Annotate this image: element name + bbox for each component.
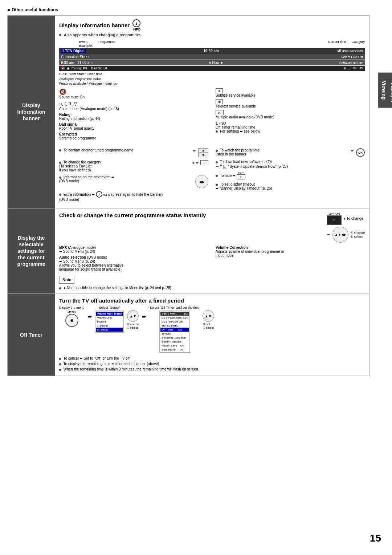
action-next-event: Information on the next event ➨(DVB mode… [59, 175, 208, 188]
nav-circle-btn[interactable]: ◀▶ [195, 175, 208, 188]
banner-actions: To confirm another tuned programme name … [59, 145, 365, 204]
page-number: 15 [370, 532, 381, 544]
ok-button[interactable]: OK [356, 148, 365, 157]
banner-row-3: 9:00 am - 11:00 am ◄ Now ► Software upda… [59, 60, 365, 65]
bullet [59, 34, 61, 36]
action-hide: To hide ➨ EXIT □ [216, 172, 365, 179]
info-icon: i [132, 19, 140, 27]
main-content: DisplayInformationbanner Display Informa… [7, 15, 369, 376]
actions-left: To confirm another tuned programme name … [59, 148, 208, 204]
note-text: ● Also possible to change the settings i… [59, 286, 365, 290]
banner-title: Display Information banner i INFO [59, 19, 365, 31]
section-header: Other useful functions [7, 7, 385, 12]
display-selectable-content: Check or change the current programme st… [55, 208, 369, 293]
note-label: Note [59, 276, 74, 284]
page: Other useful functions DisplayInformatio… [0, 0, 392, 555]
nav-select-menu[interactable]: ▲▼ [127, 310, 139, 322]
action-extra-info: Extra information ➨ i INFO (press again … [59, 191, 208, 202]
display-info-banner-label: DisplayInformationbanner [8, 16, 55, 208]
display-selectable-label: Display theselectablesettings forthe cur… [8, 208, 55, 293]
viera-main-menu: VIERA Main Menu VIERA Link Picture ♪ Sou… [95, 311, 124, 333]
b-button[interactable]: □ [200, 160, 208, 165]
exit-button[interactable]: □ [237, 174, 245, 179]
nav-set-timer[interactable]: ▲▼ [203, 310, 214, 322]
teletext-icon: ☰ [216, 99, 223, 104]
ii-icon: I/II [216, 110, 224, 115]
action-change-category: To change the category(To select a Fav L… [59, 160, 208, 172]
off-timer-content: Turn the TV off automatically after a fi… [55, 294, 369, 376]
banner-row-4: 🔇 ◉ Rating: PG Bad Signal ⊕ ☰ I/II 45 [59, 66, 365, 71]
action-watch-programme: To watch the programmelisted in the bann… [216, 148, 365, 157]
display-info-banner-section: DisplayInformationbanner Display Informa… [8, 16, 369, 208]
menu-button[interactable]: ◉ [65, 314, 78, 327]
nav-circle-select[interactable]: ▲▼◀▶ [332, 227, 348, 243]
off-timer-section: Off Timer Turn the TV off automatically … [8, 294, 369, 376]
features-section: 🔇 Sound mute On ○, Ι, ΙΙ, ▽ Audio mode (… [59, 88, 365, 142]
off-timer-title: Turn the TV off automatically after a fi… [59, 297, 365, 304]
check-change-title: Check or change the current programme st… [59, 212, 323, 218]
setup-menu: Setup Menu 1/2 DVB Favourites Edit DVB S… [159, 311, 190, 353]
banner-row-2: Coronation Street Select FAV List [59, 54, 365, 60]
display-info-banner-content: Display Information banner i INFO Also a… [55, 16, 369, 208]
off-timer-label: Off Timer [8, 294, 55, 376]
action-download-software: To download new software to TV ➨ R □ "Sy… [216, 160, 365, 169]
option-button[interactable]: □ [327, 215, 342, 225]
off-timer-flow: Display the menu MENU ◉ ➨ Select "Setup" [59, 306, 365, 353]
subtitle-icon: ⊕ [216, 88, 223, 93]
display-selectable-section: Display theselectablesettings forthe cur… [8, 208, 369, 294]
banner-row-1: 1 TEN Digital 10:30 am All DVB Services [59, 48, 365, 54]
also-appears: Also appears when changing a programme [59, 33, 365, 37]
info-btn-action[interactable]: i [96, 191, 102, 198]
viewing-tab: Viewing ● Watching TV [378, 73, 392, 108]
note-section: Note ● Also possible to change the setti… [59, 274, 365, 290]
action-display-timeout: To set display timeout➨ "Banner Display … [216, 182, 365, 190]
actions-right: To watch the programmelisted in the bann… [216, 148, 365, 204]
off-timer-bullets: To cancel ➨ Set to "Off" or turn the TV … [59, 356, 365, 372]
action-confirm-tuned: To confirm another tuned programme name … [59, 148, 208, 157]
